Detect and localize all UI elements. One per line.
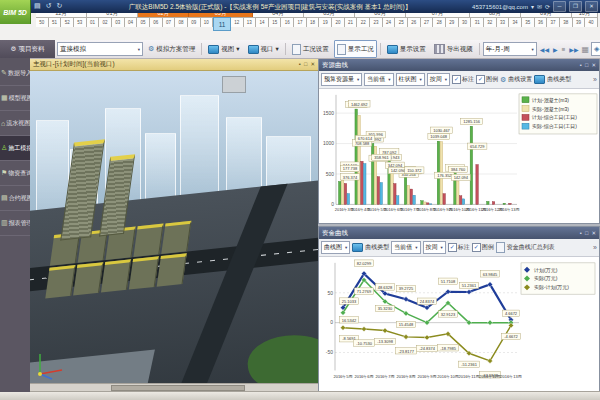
save-icon[interactable]: ▤ xyxy=(34,2,41,10)
sidebar-item-nav[interactable]: ▦模型视图 xyxy=(0,86,30,111)
chart-select[interactable]: 按周▾ xyxy=(423,241,446,254)
refresh-icon[interactable]: ⟳ xyxy=(545,3,550,10)
rewind-button[interactable]: ◀◀ xyxy=(539,46,550,53)
timeline-week-cell[interactable]: 31 xyxy=(471,17,484,27)
timeline-week-cell[interactable]: 24 xyxy=(383,17,396,27)
timeline-week-cell[interactable]: 09 xyxy=(188,17,201,27)
toolbar-button-4[interactable]: 工况设置 xyxy=(289,40,332,58)
panel-maximize-icon[interactable]: □ xyxy=(585,62,588,68)
panel-close-icon[interactable]: ✕ xyxy=(591,62,596,68)
undo-icon[interactable]: ↺ xyxy=(46,2,52,10)
chart-select[interactable]: 按周▾ xyxy=(427,73,450,86)
chart-select[interactable]: 柱状图▾ xyxy=(396,73,425,86)
timeline-week-cell[interactable]: 12 xyxy=(231,17,244,27)
toolbar-button-2[interactable]: 视图▾ xyxy=(205,40,242,58)
timeline-week-cell[interactable]: 03 xyxy=(112,17,125,27)
timeline-week-cell[interactable]: 23 xyxy=(370,17,383,27)
timeline-week-cell[interactable]: 50 xyxy=(36,17,49,27)
chart-select[interactable]: 预算资源量▾ xyxy=(321,73,362,86)
view-angle-select[interactable]: ◈西南等轴测▾ xyxy=(591,42,600,56)
panel-pin-icon[interactable]: ▪ xyxy=(580,230,582,236)
chart-checkbox[interactable]: ✓图例 xyxy=(472,243,494,252)
chart-tool-button[interactable]: 资金曲线汇总列表 xyxy=(496,242,555,253)
timeline-week-cell[interactable]: 38 xyxy=(560,17,573,27)
toolbar-button-7[interactable]: 导出视频 xyxy=(431,40,476,58)
simulation-mode-select[interactable]: 直接模拟▾ xyxy=(57,42,143,56)
time-scale-select[interactable]: 年-月-周▾ xyxy=(483,42,537,56)
toolbar-button-3[interactable]: 视口▾ xyxy=(245,40,282,58)
timeline-week-cell[interactable]: 40 xyxy=(585,17,598,27)
timeline-week-cell[interactable]: 04 xyxy=(125,17,138,27)
restore-button[interactable]: ❐ xyxy=(569,1,582,12)
minimize-button[interactable]: ─ xyxy=(553,1,566,12)
timeline-week-cell[interactable]: 20 xyxy=(332,17,345,27)
stop-button[interactable]: ■ xyxy=(561,46,567,52)
timeline-week-cell[interactable]: 34 xyxy=(509,17,522,27)
viewport-close-icon[interactable]: ✕ xyxy=(310,61,315,67)
timeline-week-cell[interactable]: 17 xyxy=(294,17,307,27)
timeline-week-cell[interactable]: 51 xyxy=(49,17,62,27)
timeline-week-cell[interactable]: 22 xyxy=(357,17,370,27)
timeline-week-cell[interactable]: 19 xyxy=(319,17,332,27)
timeline-week-cell[interactable]: 30 xyxy=(459,17,472,27)
timeline-week-cell[interactable]: 33 xyxy=(497,17,510,27)
timeline-week-cell[interactable]: 36 xyxy=(535,17,548,27)
chart-select[interactable]: 曲线图▾ xyxy=(321,241,350,254)
sidebar-item-nav[interactable]: ▤合约视图 xyxy=(0,186,30,211)
project-data-button[interactable]: ⚙项目资料 xyxy=(0,40,55,58)
chart-select[interactable]: 当前值▾ xyxy=(391,241,420,254)
timeline-week-cell[interactable]: 01 xyxy=(87,17,100,27)
timeline-week-cell[interactable]: 25 xyxy=(395,17,408,27)
chart-toolbar-overflow[interactable]: » xyxy=(593,244,597,251)
timeline-week-cell[interactable]: 13 xyxy=(244,17,257,27)
timeline-week-cell[interactable]: 29 xyxy=(446,17,459,27)
panel-maximize-icon[interactable]: □ xyxy=(585,230,588,236)
toolbar-button-6[interactable]: 显示设置 xyxy=(384,40,429,58)
timeline-week-cell[interactable]: 26 xyxy=(408,17,421,27)
timeline-week-cell[interactable]: 32 xyxy=(484,17,497,27)
account-caret-icon[interactable]: ▾ xyxy=(531,3,534,10)
timeline-week-cell[interactable]: 21 xyxy=(345,17,358,27)
panel-close-icon[interactable]: ✕ xyxy=(591,230,596,236)
timeline-week-cell[interactable]: 10 xyxy=(201,17,214,27)
timeline-week-cell[interactable]: 35 xyxy=(522,17,535,27)
sidebar-item-nav[interactable]: ⌂流水视图 xyxy=(0,111,30,136)
chart-tool-button[interactable]: ⚙曲线设置 xyxy=(500,75,532,84)
timeline-week-cell[interactable]: 02 xyxy=(99,17,112,27)
chart-tool-button[interactable]: 曲线类型 xyxy=(534,75,571,84)
toolbar-button-1[interactable]: ⚙模拟方案管理 xyxy=(145,40,198,58)
viewport-3d-scene[interactable] xyxy=(30,70,318,384)
sidebar-item-selected[interactable]: ♙施工模拟 xyxy=(0,136,30,161)
chart-toolbar-overflow[interactable]: » xyxy=(593,76,597,83)
timeline-week-cell[interactable]: 18 xyxy=(307,17,320,27)
timeline-week-cell[interactable]: 15 xyxy=(269,17,282,27)
timeline-week-cell[interactable]: 14 xyxy=(256,17,269,27)
timeline-week-cell[interactable]: 16 xyxy=(281,17,294,27)
panel-pin-icon[interactable]: ▪ xyxy=(580,62,582,68)
timeline-week-cell[interactable]: 06 xyxy=(150,17,163,27)
chart-select[interactable]: 当前值▾ xyxy=(364,73,393,86)
mail-icon[interactable]: ✉ xyxy=(537,3,542,10)
grid-view-icon[interactable]: ▦ xyxy=(582,45,590,54)
close-button[interactable]: ✕ xyxy=(585,1,598,12)
timeline-week-cell[interactable]: 39 xyxy=(573,17,586,27)
viewport-pin-icon[interactable]: ▪ xyxy=(299,61,301,67)
chart-checkbox[interactable]: ✓标注 xyxy=(448,243,470,252)
sidebar-item-nav[interactable]: ⚑物资查询 xyxy=(0,161,30,186)
viewport-maximize-icon[interactable]: □ xyxy=(304,61,307,67)
sidebar-item-nav[interactable]: ▥报表管理 xyxy=(0,211,30,236)
forward-button[interactable]: ▶▶ xyxy=(568,46,579,53)
timeline-week-cell[interactable]: 28 xyxy=(433,17,446,27)
timeline-week-cell[interactable]: 05 xyxy=(137,17,150,27)
sidebar-item-nav[interactable]: ✎数据导入 xyxy=(0,61,30,86)
timeline-week-cell[interactable]: 53 xyxy=(74,17,87,27)
chart-checkbox[interactable]: ✓图例 xyxy=(476,75,498,84)
toolbar-button-5[interactable]: 显示工况 xyxy=(334,40,377,58)
chart-tool-button[interactable]: 曲线类型 xyxy=(352,243,389,252)
chart-checkbox[interactable]: ✓标注 xyxy=(452,75,474,84)
timeline-week-cell-selected[interactable]: 11 xyxy=(213,17,231,31)
timeline-week-cell[interactable]: 52 xyxy=(61,17,74,27)
timeline-week-cell[interactable]: 07 xyxy=(163,17,176,27)
timeline-week-cell[interactable]: 08 xyxy=(175,17,188,27)
account-email[interactable]: 453715601@qq.com xyxy=(472,4,528,10)
